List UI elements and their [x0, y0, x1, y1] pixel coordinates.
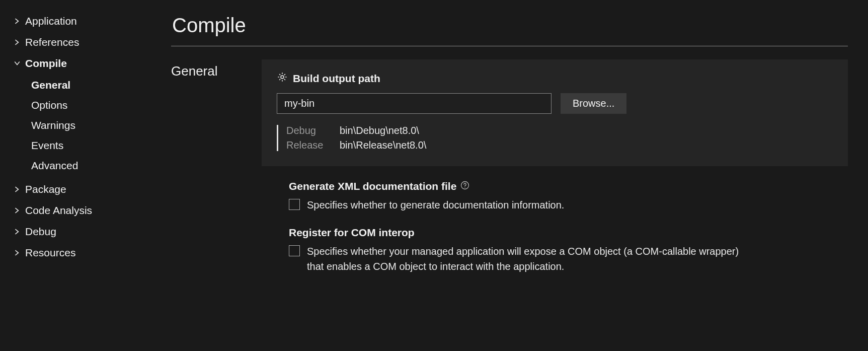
- xml-doc-option: Generate XML documentation file Specifie…: [262, 180, 848, 213]
- build-output-label: Build output path: [293, 73, 380, 85]
- chevron-right-icon: [14, 39, 20, 45]
- config-paths-block: Debug bin\Debug\net8.0\ Release bin\Rele…: [277, 125, 833, 151]
- com-interop-checkbox-row: Specifies whether your managed applicati…: [289, 244, 848, 274]
- config-path: bin\Debug\net8.0\: [340, 125, 419, 136]
- svg-point-1: [461, 181, 469, 189]
- sidebar-item-debug[interactable]: Debug: [14, 222, 161, 242]
- sidebar-subitem-label: Warnings: [31, 119, 75, 131]
- sidebar-item-label: References: [25, 36, 79, 48]
- config-path: bin\Release\net8.0\: [340, 139, 426, 151]
- config-row-release: Release bin\Release\net8.0\: [286, 139, 833, 151]
- build-output-input-row: Browse...: [277, 93, 833, 114]
- sidebar-item-references[interactable]: References: [14, 32, 161, 52]
- xml-doc-title: Generate XML documentation file: [289, 180, 456, 192]
- sidebar-item-label: Code Analysis: [25, 204, 92, 217]
- sidebar-item-code-analysis[interactable]: Code Analysis: [14, 200, 161, 221]
- sidebar-subitems-compile: General Options Warnings Events Advanced: [14, 76, 161, 175]
- chevron-right-icon: [14, 186, 20, 192]
- content-row: General Build output path Browse...: [171, 59, 848, 274]
- svg-point-2: [465, 187, 465, 187]
- sidebar-item-label: Application: [25, 15, 77, 27]
- chevron-down-icon: [14, 60, 20, 66]
- content-column: Build output path Browse... Debug bin\De…: [262, 59, 848, 274]
- com-interop-description: Specifies whether your managed applicati…: [307, 244, 750, 274]
- sidebar-subitem-general[interactable]: General: [31, 76, 161, 95]
- sidebar-subitem-warnings[interactable]: Warnings: [31, 116, 161, 135]
- panel-header: Build output path: [277, 72, 833, 85]
- sidebar-subitem-events[interactable]: Events: [31, 136, 161, 155]
- sidebar-subitem-label: General: [31, 79, 70, 91]
- config-name: Debug: [286, 125, 340, 136]
- sidebar: Application References Compile General O…: [0, 0, 161, 351]
- sidebar-item-label: Compile: [25, 57, 67, 69]
- chevron-right-icon: [14, 250, 20, 256]
- page-title: Compile: [171, 14, 848, 37]
- sidebar-item-label: Resources: [25, 247, 75, 259]
- browse-button[interactable]: Browse...: [561, 93, 626, 114]
- sidebar-subitem-label: Advanced: [31, 160, 78, 171]
- sidebar-item-application[interactable]: Application: [14, 11, 161, 31]
- option-header: Generate XML documentation file: [289, 180, 848, 192]
- com-interop-option: Register for COM interop Specifies wheth…: [262, 227, 848, 274]
- sidebar-item-package[interactable]: Package: [14, 179, 161, 199]
- build-output-input[interactable]: [277, 93, 551, 114]
- main-content: Compile General Build output path Brow: [161, 0, 868, 351]
- section-label: General: [171, 59, 247, 274]
- svg-point-0: [281, 76, 284, 79]
- xml-doc-checkbox[interactable]: [289, 199, 300, 210]
- sidebar-subitem-advanced[interactable]: Advanced: [31, 156, 161, 175]
- config-name: Release: [286, 139, 340, 151]
- sidebar-subitem-options[interactable]: Options: [31, 96, 161, 115]
- sidebar-item-label: Package: [25, 183, 66, 195]
- sidebar-subitem-label: Options: [31, 99, 67, 111]
- sidebar-item-compile[interactable]: Compile: [14, 53, 161, 74]
- sidebar-item-resources[interactable]: Resources: [14, 243, 161, 263]
- sidebar-item-label: Debug: [25, 226, 56, 238]
- xml-doc-description: Specifies whether to generate documentat…: [307, 197, 564, 213]
- config-row-debug: Debug bin\Debug\net8.0\: [286, 125, 833, 136]
- gear-icon: [277, 72, 288, 85]
- chevron-right-icon: [14, 18, 20, 24]
- divider: [171, 46, 848, 46]
- help-icon[interactable]: [460, 181, 469, 192]
- com-interop-title: Register for COM interop: [289, 227, 415, 239]
- build-output-panel: Build output path Browse... Debug bin\De…: [262, 59, 848, 166]
- com-interop-checkbox[interactable]: [289, 245, 300, 256]
- chevron-right-icon: [14, 229, 20, 235]
- sidebar-subitem-label: Events: [31, 139, 63, 151]
- option-header: Register for COM interop: [289, 227, 848, 239]
- xml-doc-checkbox-row: Specifies whether to generate documentat…: [289, 197, 848, 213]
- chevron-right-icon: [14, 207, 20, 214]
